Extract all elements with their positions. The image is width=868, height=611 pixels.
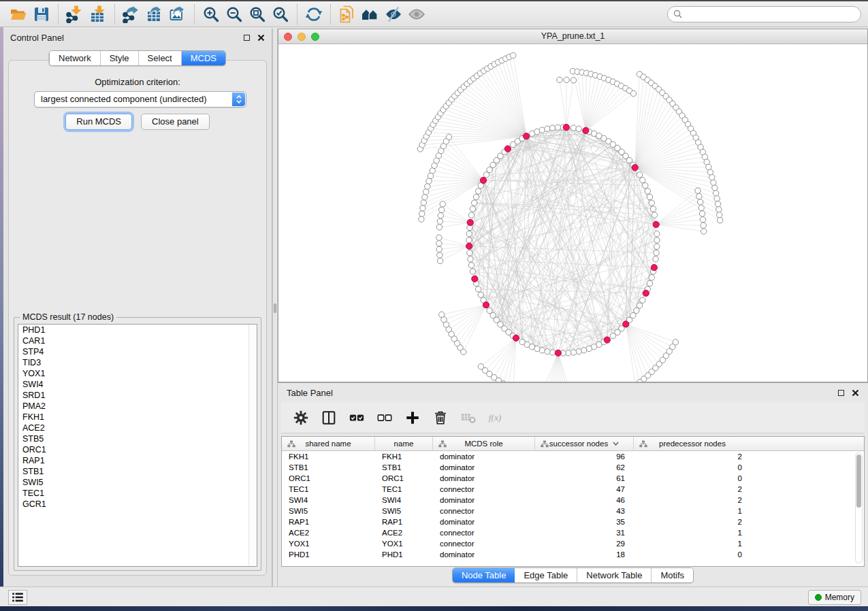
table-tab-network-table[interactable]: Network Table [577,568,652,582]
close-panel-button[interactable]: Close panel [141,114,210,130]
mcds-result-item[interactable]: YOX1 [18,368,257,379]
table-row[interactable]: RAP1RAP1dominator352 [282,516,864,527]
table-cell[interactable]: connector [433,527,535,538]
table-tab-edge-table[interactable]: Edge Table [515,568,577,582]
table-cell[interactable]: dominator [433,516,535,527]
tab-network[interactable]: Network [50,51,101,65]
table-cell[interactable]: RAP1 [375,516,433,527]
result-list-scrollbar[interactable] [248,325,257,566]
table-cell[interactable]: 47 [535,484,634,495]
table-row[interactable]: YOX1YOX1connector291 [282,538,864,549]
network-canvas[interactable] [278,44,867,382]
mcds-result-item[interactable]: STB5 [18,433,257,444]
hide-panels-button[interactable] [382,3,405,25]
export-table-button[interactable] [143,3,166,25]
table-cell[interactable]: TEC1 [282,484,375,495]
splitter-grip[interactable] [274,303,276,313]
table-cell[interactable]: connector [433,506,535,516]
table-cell[interactable]: 2 [634,516,751,527]
table-row[interactable]: ORC1ORC1dominator610 [282,473,864,484]
show-columns-button[interactable] [320,409,338,427]
criterion-dropdown[interactable]: largest connected component (undirected) [34,91,246,108]
search-input[interactable] [686,7,861,21]
mcds-result-item[interactable]: PHD1 [18,325,257,335]
table-scrollbar[interactable] [855,452,863,563]
table-cell[interactable]: 2 [634,495,751,506]
table-cell[interactable]: 2 [634,484,751,495]
zoom-fit-button[interactable] [246,3,269,25]
mcds-result-item[interactable]: GCR1 [18,499,257,510]
table-cell[interactable]: YOX1 [282,538,375,549]
table-cell[interactable]: dominator [433,451,535,462]
table-cell[interactable]: PHD1 [282,549,375,560]
table-cell[interactable]: 35 [535,516,634,527]
mcds-result-item[interactable]: CAR1 [18,335,257,346]
table-cell[interactable]: FKH1 [375,451,433,462]
mcds-result-item[interactable]: TEC1 [18,488,257,499]
tab-mcds[interactable]: MCDS [182,51,225,65]
mcds-result-item[interactable]: SRD1 [18,390,257,401]
table-cell[interactable]: STB1 [282,462,375,473]
table-cell[interactable]: 29 [535,538,634,549]
table-cell[interactable]: 1 [634,506,751,516]
column-header-successor-nodes[interactable]: successor nodes [535,437,634,450]
network-window-titlebar[interactable]: YPA_prune.txt_1 [278,29,867,44]
table-row[interactable]: PHD1PHD1dominator180 [282,549,864,560]
table-cell[interactable]: SWI4 [282,495,375,506]
table-cell[interactable]: FKH1 [282,451,375,462]
mcds-result-item[interactable]: PMA2 [18,401,257,412]
float-table-panel-icon[interactable] [838,390,844,396]
zoom-out-button[interactable] [223,3,246,25]
table-cell[interactable]: dominator [433,549,535,560]
table-row[interactable]: FKH1FKH1dominator962 [282,451,864,462]
table-settings-button[interactable] [292,409,310,427]
mcds-result-item[interactable]: FKH1 [18,412,257,423]
table-cell[interactable]: dominator [433,495,535,506]
table-tab-node-table[interactable]: Node Table [453,568,515,582]
run-mcds-button[interactable]: Run MCDS [65,114,132,130]
column-header-name[interactable]: name [375,437,433,450]
select-all-button[interactable] [348,409,366,427]
tab-style[interactable]: Style [101,51,139,65]
table-cell[interactable]: 1 [634,538,751,549]
table-row[interactable]: TEC1TEC1connector472 [282,484,864,495]
table-cell[interactable]: 43 [535,506,634,516]
show-panels-button[interactable] [405,3,428,25]
table-tab-motifs[interactable]: Motifs [652,568,693,582]
export-image-button[interactable] [166,3,189,25]
home-button[interactable] [359,3,382,25]
table-cell[interactable]: 62 [535,462,634,473]
table-cell[interactable]: dominator [433,462,535,473]
table-cell[interactable]: STB1 [375,462,433,473]
task-history-button[interactable] [8,590,27,605]
mcds-result-item[interactable]: STB1 [18,466,257,477]
table-cell[interactable]: 2 [634,451,751,462]
mcds-result-item[interactable]: ACE2 [18,423,257,433]
mcds-result-item[interactable]: TID3 [18,357,257,368]
open-session-button[interactable] [7,3,30,25]
export-network-button[interactable] [120,3,143,25]
mcds-result-item[interactable]: SWI5 [18,477,257,488]
table-cell[interactable]: 0 [634,462,751,473]
table-cell[interactable]: ORC1 [282,473,375,484]
column-header-shared-name[interactable]: shared name [282,437,375,450]
mcds-result-item[interactable]: STP4 [18,346,257,357]
table-cell[interactable]: SWI5 [375,506,433,516]
table-cell[interactable]: PHD1 [375,549,433,560]
close-table-panel-icon[interactable] [852,389,859,397]
table-cell[interactable]: 61 [535,473,634,484]
table-cell[interactable]: ACE2 [375,527,433,538]
mcds-result-item[interactable]: ORC1 [18,444,257,455]
float-panel-icon[interactable] [244,35,250,41]
table-cell[interactable]: dominator [433,473,535,484]
table-cell[interactable]: RAP1 [282,516,375,527]
table-cell[interactable]: 96 [535,451,634,462]
search-field[interactable] [667,6,861,22]
table-cell[interactable]: TEC1 [375,484,433,495]
table-cell[interactable]: SWI4 [375,495,433,506]
table-row[interactable]: ACE2ACE2connector311 [282,527,864,538]
table-cell[interactable]: connector [433,484,535,495]
mcds-result-list[interactable]: PHD1CAR1STP4TID3YOX1SWI4SRD1PMA2FKH1ACE2… [18,324,257,567]
table-cell[interactable]: ACE2 [282,527,375,538]
table-row[interactable]: SWI5SWI5connector431 [282,506,864,516]
